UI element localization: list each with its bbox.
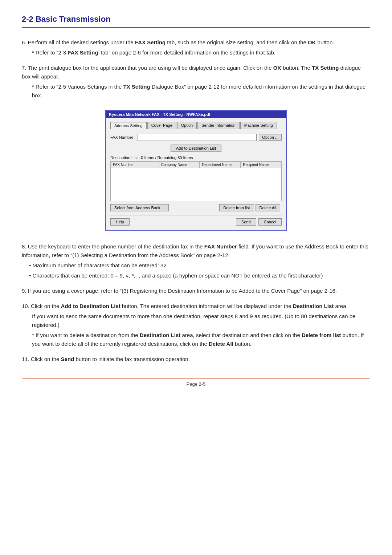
section-11-number: 11. [22,356,29,362]
table-body [111,168,281,201]
section-9: 9. If you are using a cover page, refer … [22,287,370,295]
section-7: 7. The print dialogue box for the applic… [22,64,370,100]
dialog-body: Address Setting Cover Page Option Sender… [106,118,286,230]
tab-cover-page[interactable]: Cover Page [147,122,176,129]
section-8-bullet-1: • Maximum number of characters that can … [29,261,370,270]
section-9-number: 9. [22,288,26,294]
fax-number-row: FAX Number : Option ... [110,134,282,141]
tab-option[interactable]: Option [177,122,197,129]
add-to-destination-list-button[interactable]: Add to Destination List [171,145,221,152]
section-8-bullet-2: • Characters that can be entered: 0 – 9,… [29,271,370,280]
section-6: 6. Perform all of the desired settings u… [22,38,370,57]
tab-address-setting[interactable]: Address Setting [110,122,147,129]
cancel-button[interactable]: Cancel [258,218,282,226]
select-address-book-button[interactable]: Select from Address Book ... [110,204,169,211]
footer-right-buttons: Send Cancel [236,218,282,226]
section-6-note: * Refer to “2-3 FAX Setting Tab” on page… [32,48,370,57]
section-7-note: * Refer to “2-5 Various Settings in the … [32,82,370,100]
fax-number-label: FAX Number : [110,135,135,139]
page-title: 2-2 Basic Transmission [22,15,370,28]
section-8: 8. Use the keyboard to enter the phone n… [22,242,370,280]
delete-from-list-button[interactable]: Delete from list [219,204,254,211]
section-6-number: 6. [22,39,26,45]
send-button[interactable]: Send [236,218,256,226]
tab-bar: Address Setting Cover Page Option Sender… [110,122,282,129]
page-number: Page 2-5 [22,378,370,387]
destination-list-label: Destination List : 0 Items / Remaining 8… [110,155,282,160]
destination-table: FAX Number Company Name Department Name … [110,161,282,201]
col-fax-number: FAX Number [111,162,159,168]
table-header: FAX Number Company Name Department Name … [111,162,281,168]
section-7-number: 7. [22,65,26,71]
tab-machine-setting[interactable]: Machine Setting [240,122,277,129]
add-dest-row: Add to Destination List [110,145,282,152]
col-department-name: Department Name [200,162,241,168]
section-10-number: 10. [22,303,29,309]
help-button[interactable]: Help [110,218,130,226]
section-8-number: 8. [22,243,26,250]
section-11: 11. Click on the Send button to initiate… [22,355,370,364]
col-recipient-name: Recipient Name [241,162,281,168]
section-10-sub: If you want to send the same documents t… [32,312,370,329]
delete-all-button[interactable]: Delete All [256,204,280,211]
tx-setting-dialog: Kyocera Mita Network FAX - TX Setting - … [105,110,287,231]
dialog-footer: Help Send Cancel [110,215,282,226]
dialog-bottom-buttons: Select from Address Book ... Delete from… [110,204,282,211]
section-10: 10. Click on the Add to Destination List… [22,302,370,348]
section-10-note: * If you want to delete a destination fr… [32,331,370,348]
dialog-wrapper: Kyocera Mita Network FAX - TX Setting - … [22,110,370,231]
col-company-name: Company Name [159,162,200,168]
option-button[interactable]: Option ... [259,134,282,141]
dialog-titlebar: Kyocera Mita Network FAX - TX Setting - … [106,111,286,118]
fax-number-input[interactable] [138,134,257,141]
tab-sender-information[interactable]: Sender Information [197,122,240,129]
